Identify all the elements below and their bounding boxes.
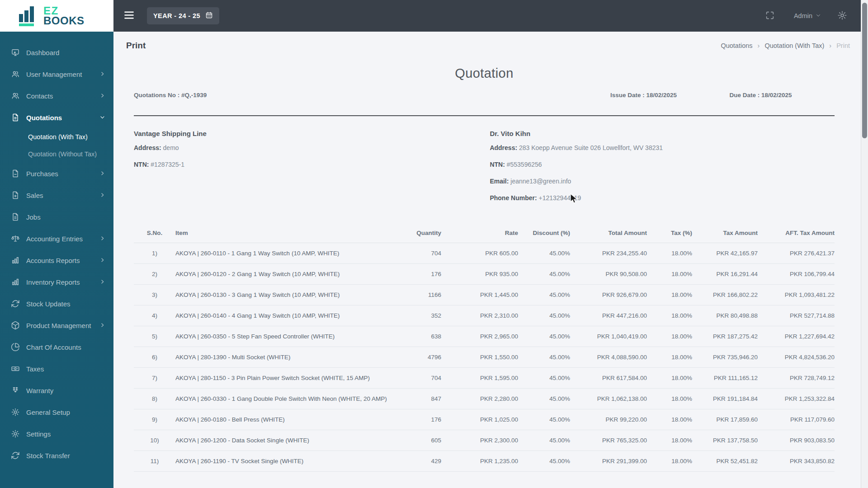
chevron-down-icon — [816, 12, 821, 19]
chevron-right-icon — [99, 322, 105, 329]
cell-total-amount: PKR 90,508.00 — [570, 264, 647, 285]
table-row: 2)AKOYA | 260-0120 - 2 Gang 1 Way Switch… — [134, 264, 835, 285]
chevron-down-icon — [99, 114, 105, 122]
sidebar-item-label: Dashboard — [26, 49, 105, 56]
cell-tax: 18.00% — [647, 305, 692, 326]
sidebar-subitem-quotation-without-tax[interactable]: Quotation (Without Tax) — [0, 145, 113, 163]
sidebar-item-label: Product Management — [26, 322, 93, 329]
sidebar-item-accounts-reports[interactable]: Accounts Reports — [0, 249, 113, 271]
cell-item: AKOYA | 260-0350 - 5 Step Fan Speed Cont… — [175, 326, 392, 347]
quotation-number: Quotations No : #Q,-1939 — [134, 92, 207, 99]
sidebar-item-taxes[interactable]: Taxes — [0, 358, 113, 380]
vertical-scrollbar[interactable] — [861, 0, 868, 488]
cell-discount: 45.00% — [518, 305, 570, 326]
sidebar-item-quotations[interactable]: Quotations — [0, 107, 113, 128]
fullscreen-icon — [765, 10, 775, 22]
cell-discount: 45.00% — [518, 368, 570, 389]
cell-s-no: 2) — [134, 264, 175, 285]
fiscal-year-selector[interactable]: YEAR - 24 - 25 — [147, 7, 219, 24]
sidebar-item-inventory-reports[interactable]: Inventory Reports — [0, 271, 113, 293]
chevron-right-icon — [99, 170, 105, 178]
cell-rate: PKR 1,595.00 — [441, 368, 518, 389]
refresh-icon — [11, 451, 20, 460]
line-items-table: S.No.ItemQuantityRateDiscount (%)Total A… — [134, 224, 835, 472]
table-row: 3)AKOYA | 260-0130 - 3 Gang 1 Way Switch… — [134, 285, 835, 305]
breadcrumb-quotation-with-tax[interactable]: Quotation (With Tax) — [764, 42, 824, 49]
field-value: demo — [163, 144, 179, 151]
chevron-right-icon — [99, 235, 105, 243]
cell-discount: 45.00% — [518, 409, 570, 430]
cell-quantity: 847 — [392, 389, 441, 409]
cell-rate: PKR 605.00 — [441, 243, 518, 264]
column-header-tax-amount: Tax Amount — [692, 224, 758, 243]
sidebar-subitem-quotation-with-tax[interactable]: Quotation (With Tax) — [0, 128, 113, 145]
table-header-row: S.No.ItemQuantityRateDiscount (%)Total A… — [134, 224, 835, 243]
main-area: YEAR - 24 - 25 Admin — [113, 0, 861, 488]
sidebar-item-label: Contacts — [26, 92, 93, 100]
sidebar-item-label: Inventory Reports — [26, 278, 93, 286]
cell-tax: 18.00% — [647, 430, 692, 451]
file-text-icon — [11, 212, 20, 221]
breadcrumb-quotations[interactable]: Quotations — [721, 42, 752, 49]
sidebar-item-sales[interactable]: Sales — [0, 184, 113, 206]
field-value: #553596256 — [507, 161, 542, 168]
warranty-icon — [11, 386, 20, 395]
sidebar-item-settings[interactable]: Settings — [0, 423, 113, 445]
parties-section: Vantage Shipping Line Address: demoNTN: … — [134, 130, 835, 202]
sidebar-item-warranty[interactable]: Warranty — [0, 380, 113, 401]
cell-rate: PKR 2,300.00 — [441, 430, 518, 451]
sidebar-item-accounting-entries[interactable]: Accounting Entries — [0, 228, 113, 249]
table-row: 11)AKOYA | 260-1190 - TV Socket Single (… — [134, 451, 835, 472]
admin-menu[interactable]: Admin — [794, 12, 821, 19]
cell-item: AKOYA | 260-0120 - 2 Gang 1 Way Switch (… — [175, 264, 392, 285]
cell-aft-tax-amount: PKR 1,227,694.42 — [758, 326, 835, 347]
app: EZ BOOKS DashboardUser ManagementContact… — [0, 0, 868, 488]
cell-item: AKOYA | 280-1390 - Multi Socket (WHITE) — [175, 347, 392, 368]
field-label: Address: — [490, 144, 519, 151]
cell-tax: 18.00% — [647, 285, 692, 305]
field-label: Address: — [134, 144, 163, 151]
cell-tax-amount: PKR 111,165.12 — [692, 368, 758, 389]
cell-quantity: 176 — [392, 409, 441, 430]
cell-discount: 45.00% — [518, 326, 570, 347]
cell-aft-tax-amount: PKR 343,850.82 — [758, 451, 835, 472]
sidebar-item-contacts[interactable]: Contacts — [0, 85, 113, 107]
column-header-s-no: S.No. — [134, 224, 175, 243]
scrollbar-thumb[interactable] — [862, 3, 867, 138]
cell-aft-tax-amount: PKR 728,749.12 — [758, 368, 835, 389]
bar-chart-icon — [11, 277, 20, 286]
cell-rate: PKR 935.00 — [441, 264, 518, 285]
sidebar-item-user-management[interactable]: User Management — [0, 63, 113, 85]
cell-aft-tax-amount: PKR 4,824,536.20 — [758, 347, 835, 368]
file-plus-icon — [11, 191, 20, 200]
sidebar-item-label: Sales — [26, 192, 93, 199]
field-label: NTN: — [134, 161, 151, 168]
breadcrumb-print: Print — [836, 42, 850, 49]
fullscreen-button[interactable] — [765, 10, 775, 22]
customer-name: Dr. Vito Kihn — [490, 130, 835, 137]
package-icon — [11, 321, 20, 330]
brand-logo[interactable]: EZ BOOKS — [0, 0, 113, 32]
menu-toggle-button[interactable] — [123, 9, 135, 23]
sidebar-item-product-management[interactable]: Product Management — [0, 314, 113, 336]
user-group-icon — [11, 91, 20, 100]
sidebar-item-purchases[interactable]: Purchases — [0, 163, 113, 184]
sidebar-item-label: Accounting Entries — [26, 235, 93, 243]
sidebar-item-dashboard[interactable]: Dashboard — [0, 42, 113, 63]
cell-tax: 18.00% — [647, 409, 692, 430]
cell-s-no: 10) — [134, 430, 175, 451]
cell-tax: 18.00% — [647, 264, 692, 285]
sidebar-item-label: Jobs — [26, 213, 105, 221]
issue-date: Issue Date : 18/02/2025 — [610, 92, 677, 99]
sidebar-item-chart-of-accounts[interactable]: Chart Of Accounts — [0, 336, 113, 358]
cell-tax: 18.00% — [647, 347, 692, 368]
cell-s-no: 9) — [134, 409, 175, 430]
cell-quantity: 638 — [392, 326, 441, 347]
settings-button[interactable] — [837, 10, 847, 22]
sidebar-item-jobs[interactable]: Jobs — [0, 206, 113, 228]
sidebar-item-general-setup[interactable]: General Setup — [0, 401, 113, 423]
sidebar-item-stock-updates[interactable]: Stock Updates — [0, 293, 113, 314]
cell-s-no: 3) — [134, 285, 175, 305]
chevron-right-icon — [99, 278, 105, 286]
sidebar-item-stock-transfer[interactable]: Stock Transfer — [0, 445, 113, 466]
